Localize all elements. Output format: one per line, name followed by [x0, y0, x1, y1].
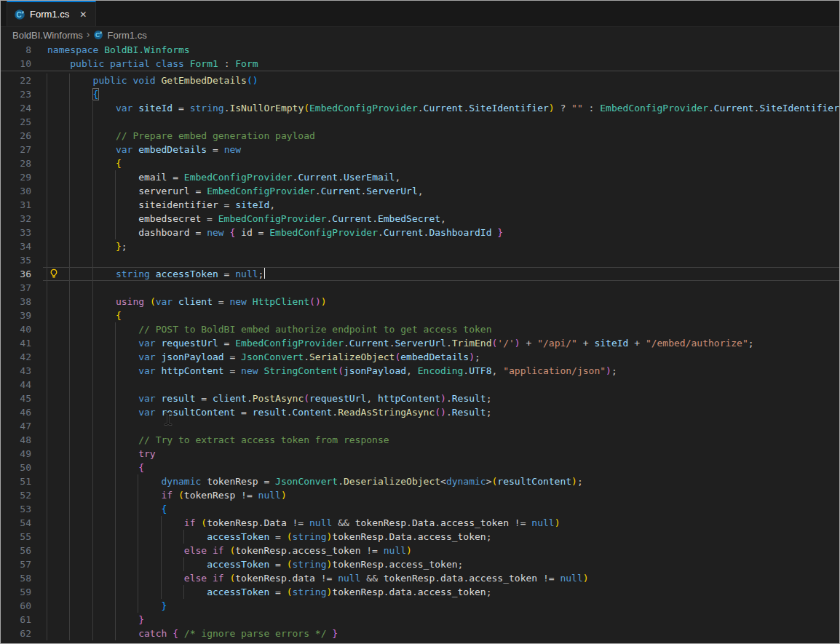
close-icon[interactable]: ✕ — [78, 9, 88, 20]
token: . — [406, 517, 412, 528]
breadcrumb-project[interactable]: BoldBI.Winforms — [12, 30, 83, 41]
code-line[interactable]: 62catch { /* ignore parse errors */ } — [1, 627, 839, 640]
line-number[interactable]: 45 — [1, 391, 31, 405]
line-number[interactable]: 33 — [1, 226, 31, 239]
code-line[interactable]: 33dashboard = new { id = EmbedConfigProv… — [1, 226, 839, 239]
code-line[interactable]: 38using (var client = new HttpClient()) — [1, 295, 839, 309]
line-number[interactable]: 10 — [1, 57, 31, 71]
line-number[interactable]: 47 — [1, 419, 31, 433]
code-line[interactable]: 55accessToken = (string)tokenResp.Data.a… — [1, 530, 839, 544]
code-line[interactable]: 50{ — [1, 461, 839, 474]
line-number[interactable]: 44 — [1, 378, 31, 391]
code-line[interactable]: 41var requestUrl = EmbedConfigProvider.C… — [1, 336, 839, 350]
code-line[interactable]: 35 — [1, 253, 839, 267]
line-number[interactable]: 55 — [1, 530, 31, 544]
tab-form1cs[interactable]: C # Form1.cs ✕ — [7, 1, 96, 26]
line-number[interactable]: 39 — [1, 309, 31, 322]
line-number[interactable]: 38 — [1, 295, 31, 309]
code-line[interactable]: 22public void GetEmbedDetails() — [1, 73, 839, 87]
line-number[interactable]: 51 — [1, 474, 31, 488]
code-line[interactable]: 42var jsonPayload = JsonConvert.Serializ… — [1, 350, 839, 364]
code-line[interactable]: 45var result = client.PostAsync(requestU… — [1, 391, 839, 405]
line-number[interactable]: 56 — [1, 544, 31, 557]
code-line[interactable]: 49try — [1, 447, 839, 461]
line-number[interactable]: 42 — [1, 350, 31, 364]
code-line[interactable]: 61} — [1, 613, 839, 627]
code-line[interactable]: 31siteidentifier = siteId, — [1, 198, 839, 212]
line-number[interactable]: 50 — [1, 461, 31, 474]
line-number[interactable]: 29 — [1, 170, 31, 184]
code-line[interactable]: 59accessToken = (string)tokenResp.data.a… — [1, 585, 839, 599]
code-line[interactable]: 48// Try to extract access token from re… — [1, 433, 839, 447]
line-number[interactable]: 54 — [1, 516, 31, 530]
code-line[interactable]: 51dynamic tokenResp = JsonConvert.Deseri… — [1, 474, 839, 488]
code-line[interactable]: 26// Prepare embed generation payload — [1, 129, 839, 143]
code-line[interactable]: 28{ — [1, 156, 839, 170]
line-number[interactable]: 32 — [1, 212, 31, 226]
line-number[interactable]: 60 — [1, 599, 31, 613]
code-line[interactable]: 57accessToken = (string)tokenResp.access… — [1, 557, 839, 571]
line-number[interactable]: 58 — [1, 571, 31, 585]
line-number[interactable]: 53 — [1, 502, 31, 516]
line-number[interactable]: 61 — [1, 613, 31, 627]
line-number[interactable]: 57 — [1, 557, 31, 571]
indent-guide — [115, 350, 116, 364]
line-number[interactable]: 37 — [1, 281, 31, 295]
code-line[interactable]: 24var siteId = string.IsNullOrEmpty(Embe… — [1, 101, 839, 115]
line-number[interactable]: 59 — [1, 585, 31, 599]
code-line[interactable]: 52if (tokenResp != null) — [1, 488, 839, 502]
code-line[interactable]: 39{ — [1, 309, 839, 322]
indent-guide — [47, 143, 47, 156]
line-number[interactable]: 49 — [1, 447, 31, 461]
code-line[interactable]: 36string accessToken = null; — [1, 267, 839, 281]
line-number[interactable]: 23 — [1, 87, 31, 101]
line-number[interactable]: 8 — [1, 43, 31, 57]
line-number[interactable]: 24 — [1, 101, 31, 115]
line-number[interactable]: 46 — [1, 405, 31, 419]
line-number[interactable]: 30 — [1, 184, 31, 198]
code-line[interactable]: 44 — [1, 378, 839, 391]
line-number[interactable]: 36 — [1, 267, 31, 281]
code-line[interactable]: 37 — [1, 281, 839, 295]
code-line[interactable]: 58else if (tokenResp.data != null && tok… — [1, 571, 839, 585]
line-number[interactable]: 43 — [1, 364, 31, 378]
code-line[interactable]: 25 — [1, 115, 839, 129]
code-line[interactable]: 29email = EmbedConfigProvider.Current.Us… — [1, 170, 839, 184]
code-line[interactable]: 34}; — [1, 239, 839, 253]
line-number[interactable]: 26 — [1, 129, 31, 143]
line-number[interactable]: 40 — [1, 322, 31, 336]
token: var — [156, 296, 178, 307]
token: resultContent — [162, 407, 236, 418]
line-number[interactable]: 52 — [1, 488, 31, 502]
line-number[interactable]: 22 — [1, 73, 31, 87]
line-number[interactable]: 27 — [1, 143, 31, 156]
breadcrumb-file[interactable]: Form1.cs — [107, 30, 146, 41]
line-number[interactable]: 25 — [1, 115, 31, 129]
code-line[interactable]: 32embedsecret = EmbedConfigProvider.Curr… — [1, 212, 839, 226]
line-number[interactable]: 34 — [1, 239, 31, 253]
line-number[interactable]: 31 — [1, 198, 31, 212]
lightbulb-icon[interactable] — [49, 269, 59, 279]
line-number[interactable]: 28 — [1, 156, 31, 170]
code-line[interactable]: 54if (tokenResp.Data != null && tokenRes… — [1, 516, 839, 530]
line-number[interactable]: 35 — [1, 253, 31, 267]
code-line[interactable]: 56else if (tokenResp.access_token != nul… — [1, 544, 839, 557]
code-line[interactable]: 53{ — [1, 502, 839, 516]
sticky-line[interactable]: 8namespace BoldBI.Winforms — [1, 43, 839, 57]
code-line[interactable]: 43var httpContent = new StringContent(js… — [1, 364, 839, 378]
code-line[interactable]: 23{ — [1, 87, 839, 101]
line-number[interactable]: 48 — [1, 433, 31, 447]
line-number[interactable]: 62 — [1, 627, 31, 640]
token: access_token — [440, 517, 509, 528]
code-line[interactable]: 30serverurl = EmbedConfigProvider.Curren… — [1, 184, 839, 198]
code-line[interactable]: 60} — [1, 599, 839, 613]
code-line[interactable]: 40// POST to BoldBI embed authorize endp… — [1, 322, 839, 336]
sticky-line[interactable]: 10public partial class Form1 : Form — [1, 57, 839, 71]
code-line[interactable]: 46var resultContent = result.Content.Rea… — [1, 405, 839, 419]
token: , — [269, 199, 275, 210]
token: tokenResp — [207, 517, 258, 528]
line-number[interactable]: 41 — [1, 336, 31, 350]
code-line[interactable]: 27var embedDetails = new — [1, 143, 839, 156]
code-text: siteidentifier = siteId, — [138, 198, 275, 212]
code-line[interactable]: 47 — [1, 419, 839, 433]
